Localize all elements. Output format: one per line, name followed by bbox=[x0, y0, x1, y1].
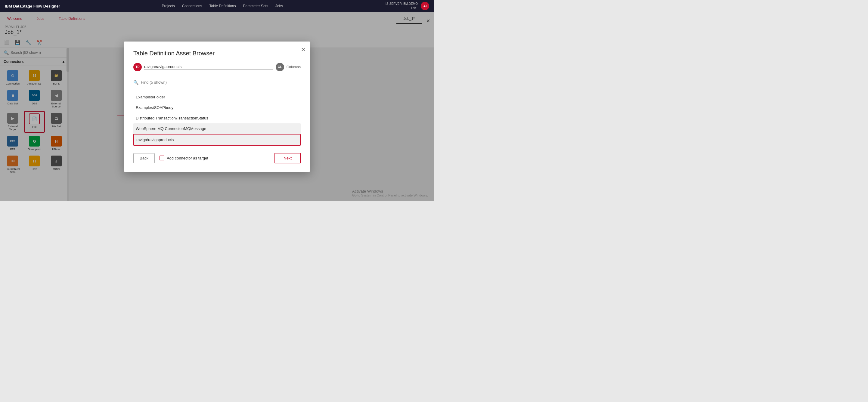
modal-search-area: 🔍 bbox=[133, 80, 301, 87]
modal-list: Examples\Folder Examples\SOAPbody Distri… bbox=[133, 92, 301, 146]
list-item-examples-folder[interactable]: Examples\Folder bbox=[133, 92, 301, 102]
breadcrumb-cl-badge: CL bbox=[276, 63, 284, 71]
nav-connections[interactable]: Connections bbox=[182, 4, 202, 8]
modal-close-button[interactable]: ✕ bbox=[301, 47, 306, 53]
back-button[interactable]: Back bbox=[133, 153, 155, 163]
nav-links: Projects Connections Table Definitions P… bbox=[162, 4, 283, 8]
nav-parameter-sets[interactable]: Parameter Sets bbox=[243, 4, 268, 8]
modal-search-input[interactable] bbox=[141, 80, 301, 85]
list-item-examples-soapbody[interactable]: Examples\SOAPbody bbox=[133, 102, 301, 113]
checkbox-text: Add connector as target bbox=[167, 156, 208, 160]
breadcrumb-td-badge: TD bbox=[133, 63, 142, 71]
avatar[interactable]: AI bbox=[421, 2, 429, 10]
modal-footer: Back Add connector as target Next bbox=[133, 153, 301, 163]
nav-table-definitions[interactable]: Table Definitions bbox=[209, 4, 236, 8]
add-connector-checkbox-label[interactable]: Add connector as target bbox=[159, 156, 208, 160]
user-name: IIS-SERVER.IBM.DEMO Lab1 bbox=[385, 2, 418, 10]
nav-brand-area: IBM DataStage Flow Designer bbox=[5, 4, 60, 8]
modal-search-icon: 🔍 bbox=[133, 80, 138, 85]
list-item-distributed-transaction[interactable]: Distributed Transaction\TransactionStatu… bbox=[133, 113, 301, 123]
nav-projects[interactable]: Projects bbox=[162, 4, 175, 8]
add-connector-checkbox[interactable] bbox=[159, 156, 164, 160]
list-item-websphere-mq[interactable]: WebSphere MQ Connector\MQMessage bbox=[133, 123, 301, 134]
app-brand: IBM DataStage Flow Designer bbox=[5, 4, 60, 8]
nav-jobs[interactable]: Jobs bbox=[275, 4, 283, 8]
breadcrumb-columns-label: Columns bbox=[286, 65, 301, 69]
list-item-raviga-products[interactable]: raviga\ravigaproducts bbox=[133, 134, 301, 146]
user-info: IIS-SERVER.IBM.DEMO Lab1 bbox=[385, 2, 418, 10]
table-definition-modal: ✕ Table Definition Asset Browser TD ravi… bbox=[124, 41, 310, 172]
modal-title: Table Definition Asset Browser bbox=[133, 50, 301, 57]
breadcrumb-path: raviga\ravigaproducts bbox=[144, 64, 273, 70]
modal-overlay: ✕ Table Definition Asset Browser TD ravi… bbox=[0, 12, 434, 201]
modal-breadcrumb: TD raviga\ravigaproducts CL Columns bbox=[133, 63, 301, 75]
nav-right: IIS-SERVER.IBM.DEMO Lab1 AI bbox=[385, 2, 429, 10]
top-navigation: IBM DataStage Flow Designer Projects Con… bbox=[0, 0, 434, 12]
next-button[interactable]: Next bbox=[275, 153, 301, 163]
